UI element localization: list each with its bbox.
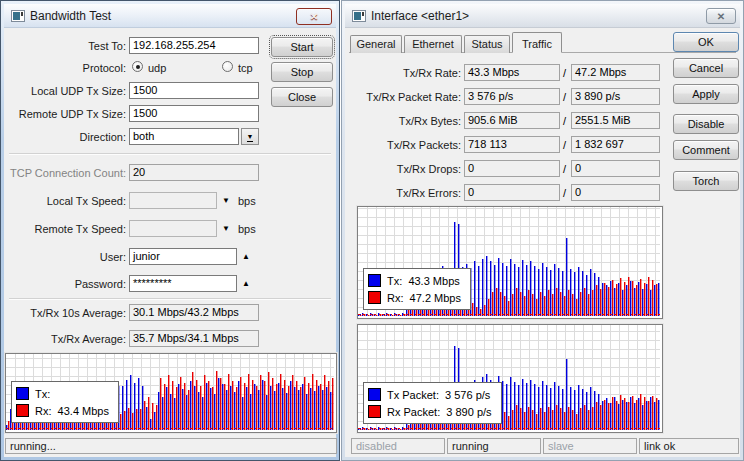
window-title: Bandwidth Test	[30, 9, 111, 23]
interface-ether1-window: Interface <ether1> ✕ General Ethernet St…	[341, 0, 744, 461]
rx-packet-legend-swatch	[368, 405, 381, 418]
protocol-tcp-label: tcp	[238, 62, 253, 74]
rx-legend-swatch	[368, 291, 381, 304]
slash-separator: /	[563, 187, 566, 199]
status-link-ok: link ok	[639, 438, 739, 454]
graph-legend: Tx: 43.3 Mbps Rx: 47.2 Mbps	[363, 268, 471, 310]
cancel-button[interactable]: Cancel	[673, 58, 739, 78]
separator	[9, 153, 331, 155]
packet-traffic-graph: Tx Packet: 3 576 p/s Rx Packet: 3 890 p/…	[357, 324, 663, 433]
tx-errors-value: 0	[464, 184, 560, 201]
titlebar[interactable]: Bandwidth Test ✕	[4, 4, 336, 28]
test-to-input[interactable]: 192.168.255.254	[129, 37, 259, 54]
window-title: Interface <ether1>	[371, 9, 469, 23]
graph-legend: Tx Packet: 3 576 p/s Rx Packet: 3 890 p/…	[363, 382, 502, 424]
tcp-connection-count-field: 20	[129, 164, 259, 181]
start-button[interactable]: Start	[271, 37, 333, 57]
tx-legend-label: Tx: 43.3 Mbps	[387, 275, 460, 287]
direction-label: Direction:	[4, 131, 126, 143]
tx-legend-swatch	[368, 274, 381, 287]
remote-tx-speed-unit: bps	[238, 223, 256, 235]
slash-separator: /	[563, 115, 566, 127]
rx-rate-value: 47.2 Mbps	[571, 64, 660, 81]
txrx-average-value: 35.7 Mbps/34.1 Mbps	[129, 330, 259, 347]
rx-packets-value: 1 832 697	[571, 136, 660, 153]
user-label: User:	[4, 251, 126, 263]
torch-button[interactable]: Torch	[673, 171, 739, 191]
tx-bytes-value: 905.6 MiB	[464, 112, 560, 129]
bandwidth-traffic-graph: Tx: Rx: 43.4 Mbps	[5, 353, 337, 433]
txrx-drops-label: Tx/Rx Drops:	[345, 163, 461, 175]
txrx-bytes-label: Tx/Rx Bytes:	[345, 115, 461, 127]
close-icon[interactable]: ✕	[706, 8, 736, 24]
rx-packet-rate-value: 3 890 p/s	[571, 88, 660, 105]
dropdown-arrow-icon: ▼	[247, 133, 254, 142]
slash-separator: /	[563, 163, 566, 175]
txrx-10s-average-label: Tx/Rx 10s Average:	[4, 307, 126, 319]
rx-legend-label: Rx: 43.4 Mbps	[35, 405, 109, 417]
direction-dropdown-button[interactable]: ▼	[241, 128, 259, 145]
local-udp-tx-size-input[interactable]: 1500	[129, 82, 259, 99]
tx-legend-label: Tx:	[35, 388, 50, 400]
ok-button[interactable]: OK	[673, 32, 739, 52]
titlebar[interactable]: Interface <ether1> ✕	[345, 4, 740, 28]
protocol-udp-label: udp	[148, 62, 166, 74]
tcp-connection-count-label: TCP Connection Count:	[4, 167, 126, 179]
app-window-icon	[11, 10, 25, 22]
password-input[interactable]: *********	[129, 275, 237, 292]
tab-status[interactable]: Status	[464, 35, 510, 53]
protocol-tcp-radio[interactable]	[222, 61, 233, 72]
tx-packet-legend-label: Tx Packet: 3 576 p/s	[387, 389, 490, 401]
app-window-icon	[352, 10, 366, 22]
remote-udp-tx-size-input[interactable]: 1500	[129, 105, 259, 122]
password-label: Password:	[4, 278, 126, 290]
tx-rate-value: 43.3 Mbps	[464, 64, 560, 81]
comment-button[interactable]: Comment	[673, 140, 739, 160]
close-icon[interactable]: ✕	[296, 8, 332, 25]
disable-button[interactable]: Disable	[673, 114, 739, 134]
status-bar: running...	[5, 438, 337, 454]
tab-general[interactable]: General	[350, 35, 402, 53]
apply-button[interactable]: Apply	[673, 84, 739, 104]
slash-separator: /	[563, 67, 566, 79]
stop-button[interactable]: Stop	[271, 62, 333, 82]
txrx-rate-label: Tx/Rx Rate:	[345, 67, 461, 79]
user-input[interactable]: junior	[129, 248, 237, 265]
txrx-10s-average-value: 30.1 Mbps/43.2 Mbps	[129, 304, 259, 321]
direction-select[interactable]: both	[129, 128, 239, 145]
separator	[9, 298, 331, 300]
rx-packet-legend-label: Rx Packet: 3 890 p/s	[387, 406, 492, 418]
remote-tx-speed-label: Remote Tx Speed:	[4, 223, 126, 235]
tab-ethernet[interactable]: Ethernet	[404, 35, 462, 53]
txrx-packet-rate-label: Tx/Rx Packet Rate:	[345, 91, 461, 103]
close-button[interactable]: Close	[271, 87, 333, 107]
bandwidth-test-window: Bandwidth Test ✕ Test To: 192.168.255.25…	[0, 0, 340, 461]
rx-bytes-value: 2551.5 MiB	[571, 112, 660, 129]
rx-legend-swatch	[16, 404, 29, 417]
txrx-packets-label: Tx/Rx Packets:	[345, 139, 461, 151]
txrx-average-label: Tx/Rx Average:	[4, 333, 126, 345]
rx-legend-label: Rx: 47.2 Mbps	[387, 292, 461, 304]
protocol-udp-radio[interactable]	[132, 61, 143, 72]
local-udp-tx-size-label: Local UDP Tx Size:	[4, 85, 126, 97]
rate-traffic-graph: Tx: 43.3 Mbps Rx: 47.2 Mbps	[357, 206, 663, 319]
status-slave: slave	[543, 438, 637, 454]
collapse-up-icon[interactable]: ▲	[242, 279, 250, 288]
tx-packet-legend-swatch	[368, 388, 381, 401]
local-tx-speed-input	[129, 192, 217, 209]
remote-udp-tx-size-label: Remote UDP Tx Size:	[4, 108, 126, 120]
tx-legend-swatch	[16, 387, 29, 400]
graph-legend: Tx: Rx: 43.4 Mbps	[11, 381, 119, 423]
txrx-errors-label: Tx/Rx Errors:	[345, 187, 461, 199]
slash-separator: /	[563, 139, 566, 151]
local-tx-speed-unit: bps	[238, 195, 256, 207]
collapse-up-icon[interactable]: ▲	[242, 252, 250, 261]
tx-drops-value: 0	[464, 160, 560, 177]
protocol-label: Protocol:	[4, 62, 126, 74]
chevron-down-icon: ▼	[222, 224, 230, 233]
rx-errors-value: 0	[571, 184, 660, 201]
tx-packet-rate-value: 3 576 p/s	[464, 88, 560, 105]
status-disabled: disabled	[351, 438, 445, 454]
test-to-label: Test To:	[4, 40, 126, 52]
tab-traffic[interactable]: Traffic	[512, 32, 562, 53]
